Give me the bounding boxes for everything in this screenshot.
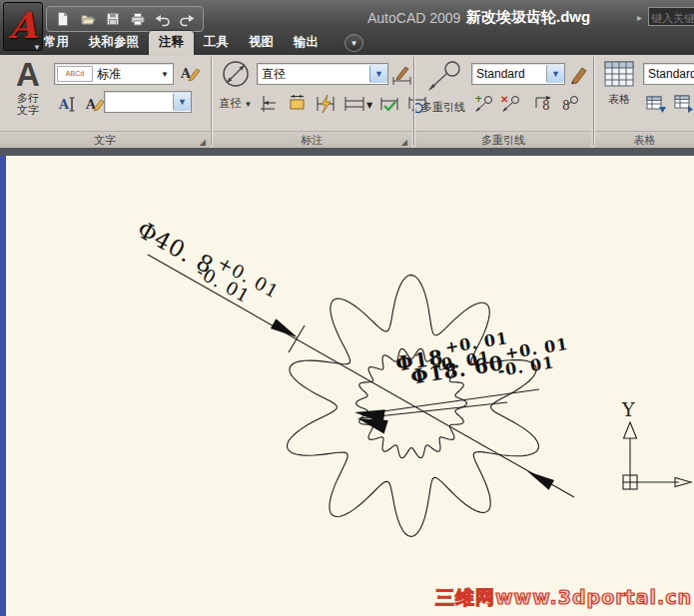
panel-text: A 多行 文字 ABCd 标准 ▼ A A A: [0, 55, 210, 148]
diameter-icon: [219, 59, 253, 93]
leader-arrowhead: [357, 418, 388, 433]
mleader-style-combo[interactable]: Standard ▼: [471, 63, 565, 85]
collect-leaders-icon: 8: [560, 94, 580, 114]
tab-tools[interactable]: 工具: [194, 31, 239, 55]
text-style-manager-button[interactable]: A: [177, 61, 203, 87]
svg-text:✕: ✕: [500, 94, 508, 105]
panel-multileader: 多重引线 Standard ▼ + ✕: [415, 55, 591, 148]
svg-text:▼: ▼: [366, 101, 372, 110]
ucs-y-label: Y: [621, 398, 635, 420]
dimension-tick: [289, 325, 305, 352]
panel-title-table[interactable]: 表格: [595, 131, 694, 148]
text-style-preview: ABCd: [57, 66, 93, 82]
redo-button[interactable]: [177, 9, 198, 29]
multileader-button[interactable]: 多重引线: [419, 59, 467, 113]
dim-style-edit-icon: [391, 64, 413, 86]
menu-dropdown-icon: ▼: [33, 43, 41, 52]
title-arrow-icon: ▸: [637, 12, 642, 23]
new-file-button[interactable]: [52, 9, 73, 29]
svg-text:8: 8: [562, 99, 570, 113]
panel-title-multileader[interactable]: 多重引线: [415, 131, 591, 148]
chevron-down-icon: ▼: [350, 39, 358, 48]
tab-annotate[interactable]: 注释: [149, 31, 194, 55]
dim-break-button[interactable]: [313, 91, 339, 117]
document-title: 新改埃圾齿轮.dwg: [466, 8, 590, 27]
panel-title-text[interactable]: 文字 ◢: [0, 131, 210, 148]
table-datalink-button[interactable]: [671, 91, 694, 117]
new-file-icon: [55, 11, 71, 27]
dim-spacing-button[interactable]: ▼: [341, 91, 374, 117]
mtext-button[interactable]: A 多行 文字: [6, 58, 50, 116]
table-datalink-icon: [673, 93, 694, 115]
help-search-box[interactable]: [648, 7, 694, 26]
window-divider: [0, 148, 694, 156]
align-leaders-icon: 8: [533, 94, 553, 114]
table-export-button[interactable]: [643, 91, 669, 117]
edit-text-icon: A: [85, 94, 105, 114]
linear-dim-button[interactable]: [257, 91, 283, 117]
save-icon: [105, 11, 121, 27]
plot-button[interactable]: [127, 9, 148, 29]
dim-arrowhead: [271, 318, 298, 337]
watermark: 三维网www.3dportal.cn: [435, 585, 692, 611]
svg-text:8: 8: [542, 99, 550, 113]
dim-style-combo[interactable]: 直径 ▼: [257, 63, 388, 85]
diameter-dim-button[interactable]: 直径 ▼: [216, 59, 256, 111]
dim-inspect-button[interactable]: [376, 91, 402, 117]
panel-title-dimension[interactable]: 标注 ◢: [213, 131, 411, 148]
add-leader-button[interactable]: +: [471, 91, 495, 117]
app-menu-button[interactable]: A ▼: [3, 2, 43, 51]
save-button[interactable]: [102, 9, 123, 29]
table-button[interactable]: 表格: [599, 59, 639, 105]
quick-dim-button[interactable]: [285, 91, 311, 117]
text-style-combo[interactable]: ABCd 标准 ▼: [54, 63, 174, 85]
ribbon-tab-bar: 常用 块和参照 注释 工具 视图 输出 ▼: [34, 33, 363, 55]
dim-break-icon: [315, 93, 337, 115]
combo-chevron-icon[interactable]: ▼: [369, 65, 387, 83]
ribbon: A 多行 文字 ABCd 标准 ▼ A A A: [0, 55, 694, 148]
text-font-combo[interactable]: ▼: [104, 91, 192, 113]
inner-dim-leader-1[interactable]: [361, 389, 539, 414]
svg-text:+: +: [474, 94, 482, 104]
tab-blocks-references[interactable]: 块和参照: [79, 31, 149, 55]
ribbon-overflow-button[interactable]: ▼: [345, 34, 363, 52]
open-file-icon: [80, 11, 96, 27]
text-cursor-icon: A: [57, 94, 77, 114]
linear-dim-icon: [259, 93, 281, 115]
combo-chevron-icon[interactable]: ▼: [173, 93, 191, 111]
table-export-icon: [645, 93, 667, 115]
undo-button[interactable]: [152, 9, 173, 29]
collect-leaders-button[interactable]: 8: [558, 91, 582, 117]
plot-icon: [130, 11, 146, 27]
remove-leader-icon: ✕: [500, 94, 520, 114]
dim-spacing-icon: ▼: [343, 93, 372, 115]
search-input[interactable]: [649, 11, 694, 25]
mtext-A-icon: A: [6, 58, 50, 92]
panel-table: 表格 Standard 表格: [595, 55, 694, 148]
combo-chevron-icon[interactable]: ▼: [546, 65, 564, 83]
add-leader-icon: +: [473, 94, 493, 114]
combo-arrow-icon[interactable]: ▼: [161, 70, 173, 79]
autocad-logo-icon: A: [4, 3, 42, 47]
single-line-text-button[interactable]: A: [54, 91, 80, 117]
align-leaders-button[interactable]: 8: [531, 91, 555, 117]
redo-icon: [179, 11, 196, 27]
remove-leader-button[interactable]: ✕: [498, 91, 522, 117]
undo-icon: [154, 11, 171, 27]
text-style-edit-icon: A: [179, 63, 201, 85]
mleader-style-manager-button[interactable]: [566, 62, 592, 88]
tab-view[interactable]: 视图: [239, 31, 284, 55]
svg-text:A: A: [58, 97, 70, 112]
table-icon: [603, 59, 635, 89]
tab-output[interactable]: 输出: [284, 31, 329, 55]
panel-dimension: 直径 ▼ 直径 ▼: [213, 55, 411, 148]
ucs-icon: Y: [621, 398, 691, 489]
open-file-button[interactable]: [77, 9, 98, 29]
dim-arrowhead: [527, 471, 554, 490]
dim-style-manager-button[interactable]: [389, 62, 415, 88]
table-style-combo[interactable]: Standard: [643, 63, 694, 85]
drawing-canvas[interactable]: Y Φ40. 8 +0. 01 -0. 01 Φ18 +0. 01 -0. 01…: [0, 156, 694, 616]
brush-icon: [568, 64, 590, 86]
cad-geometry[interactable]: Y: [0, 156, 694, 616]
multileader-icon: [423, 59, 463, 97]
